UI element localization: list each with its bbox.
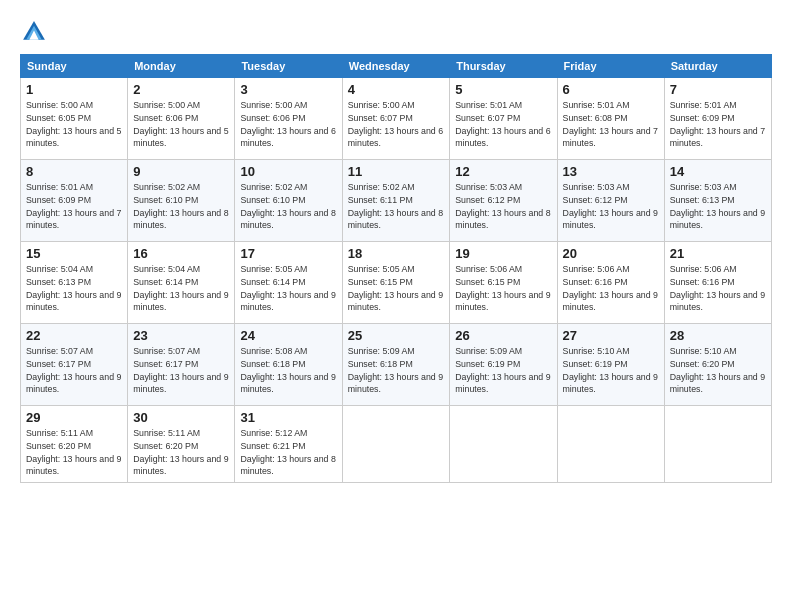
calendar-cell: 13 Sunrise: 5:03 AMSunset: 6:12 PMDaylig… [557, 160, 664, 242]
day-number: 14 [670, 164, 766, 179]
calendar-cell: 12 Sunrise: 5:03 AMSunset: 6:12 PMDaylig… [450, 160, 557, 242]
day-number: 1 [26, 82, 122, 97]
calendar-cell: 18 Sunrise: 5:05 AMSunset: 6:15 PMDaylig… [342, 242, 450, 324]
day-number: 21 [670, 246, 766, 261]
day-number: 9 [133, 164, 229, 179]
day-number: 28 [670, 328, 766, 343]
day-detail: Sunrise: 5:07 AMSunset: 6:17 PMDaylight:… [133, 346, 228, 394]
calendar-cell: 14 Sunrise: 5:03 AMSunset: 6:13 PMDaylig… [664, 160, 771, 242]
day-number: 20 [563, 246, 659, 261]
day-detail: Sunrise: 5:03 AMSunset: 6:13 PMDaylight:… [670, 182, 765, 230]
calendar-cell: 2 Sunrise: 5:00 AMSunset: 6:06 PMDayligh… [128, 78, 235, 160]
day-detail: Sunrise: 5:03 AMSunset: 6:12 PMDaylight:… [455, 182, 550, 230]
col-header-friday: Friday [557, 55, 664, 78]
day-detail: Sunrise: 5:02 AMSunset: 6:10 PMDaylight:… [240, 182, 335, 230]
day-detail: Sunrise: 5:01 AMSunset: 6:09 PMDaylight:… [26, 182, 121, 230]
calendar-cell: 20 Sunrise: 5:06 AMSunset: 6:16 PMDaylig… [557, 242, 664, 324]
day-detail: Sunrise: 5:00 AMSunset: 6:05 PMDaylight:… [26, 100, 121, 148]
header [20, 18, 772, 46]
day-detail: Sunrise: 5:02 AMSunset: 6:11 PMDaylight:… [348, 182, 443, 230]
day-number: 26 [455, 328, 551, 343]
calendar-cell: 9 Sunrise: 5:02 AMSunset: 6:10 PMDayligh… [128, 160, 235, 242]
col-header-sunday: Sunday [21, 55, 128, 78]
calendar-cell: 26 Sunrise: 5:09 AMSunset: 6:19 PMDaylig… [450, 324, 557, 406]
day-number: 13 [563, 164, 659, 179]
calendar-cell: 24 Sunrise: 5:08 AMSunset: 6:18 PMDaylig… [235, 324, 342, 406]
col-header-saturday: Saturday [664, 55, 771, 78]
calendar-cell: 15 Sunrise: 5:04 AMSunset: 6:13 PMDaylig… [21, 242, 128, 324]
day-number: 8 [26, 164, 122, 179]
calendar-cell: 28 Sunrise: 5:10 AMSunset: 6:20 PMDaylig… [664, 324, 771, 406]
calendar-cell: 21 Sunrise: 5:06 AMSunset: 6:16 PMDaylig… [664, 242, 771, 324]
day-detail: Sunrise: 5:01 AMSunset: 6:08 PMDaylight:… [563, 100, 658, 148]
calendar-cell: 27 Sunrise: 5:10 AMSunset: 6:19 PMDaylig… [557, 324, 664, 406]
logo [20, 18, 52, 46]
day-number: 19 [455, 246, 551, 261]
day-detail: Sunrise: 5:08 AMSunset: 6:18 PMDaylight:… [240, 346, 335, 394]
day-number: 2 [133, 82, 229, 97]
calendar-cell: 8 Sunrise: 5:01 AMSunset: 6:09 PMDayligh… [21, 160, 128, 242]
col-header-wednesday: Wednesday [342, 55, 450, 78]
calendar-week-4: 22 Sunrise: 5:07 AMSunset: 6:17 PMDaylig… [21, 324, 772, 406]
day-detail: Sunrise: 5:09 AMSunset: 6:18 PMDaylight:… [348, 346, 443, 394]
day-detail: Sunrise: 5:00 AMSunset: 6:07 PMDaylight:… [348, 100, 443, 148]
day-number: 5 [455, 82, 551, 97]
day-detail: Sunrise: 5:06 AMSunset: 6:16 PMDaylight:… [563, 264, 658, 312]
page: SundayMondayTuesdayWednesdayThursdayFrid… [0, 0, 792, 612]
logo-icon [20, 18, 48, 46]
day-detail: Sunrise: 5:04 AMSunset: 6:13 PMDaylight:… [26, 264, 121, 312]
day-detail: Sunrise: 5:02 AMSunset: 6:10 PMDaylight:… [133, 182, 228, 230]
calendar-cell: 17 Sunrise: 5:05 AMSunset: 6:14 PMDaylig… [235, 242, 342, 324]
calendar-cell: 31 Sunrise: 5:12 AMSunset: 6:21 PMDaylig… [235, 406, 342, 483]
day-detail: Sunrise: 5:11 AMSunset: 6:20 PMDaylight:… [26, 428, 121, 476]
day-number: 7 [670, 82, 766, 97]
day-number: 15 [26, 246, 122, 261]
day-number: 24 [240, 328, 336, 343]
day-number: 6 [563, 82, 659, 97]
calendar-cell: 30 Sunrise: 5:11 AMSunset: 6:20 PMDaylig… [128, 406, 235, 483]
day-detail: Sunrise: 5:00 AMSunset: 6:06 PMDaylight:… [240, 100, 335, 148]
calendar-cell: 1 Sunrise: 5:00 AMSunset: 6:05 PMDayligh… [21, 78, 128, 160]
day-detail: Sunrise: 5:10 AMSunset: 6:19 PMDaylight:… [563, 346, 658, 394]
calendar-cell [450, 406, 557, 483]
day-number: 29 [26, 410, 122, 425]
col-header-thursday: Thursday [450, 55, 557, 78]
day-number: 25 [348, 328, 445, 343]
col-header-tuesday: Tuesday [235, 55, 342, 78]
day-detail: Sunrise: 5:04 AMSunset: 6:14 PMDaylight:… [133, 264, 228, 312]
calendar-cell: 23 Sunrise: 5:07 AMSunset: 6:17 PMDaylig… [128, 324, 235, 406]
calendar-header-row: SundayMondayTuesdayWednesdayThursdayFrid… [21, 55, 772, 78]
day-number: 4 [348, 82, 445, 97]
day-detail: Sunrise: 5:06 AMSunset: 6:16 PMDaylight:… [670, 264, 765, 312]
day-number: 11 [348, 164, 445, 179]
calendar-table: SundayMondayTuesdayWednesdayThursdayFrid… [20, 54, 772, 483]
day-number: 16 [133, 246, 229, 261]
calendar-cell: 11 Sunrise: 5:02 AMSunset: 6:11 PMDaylig… [342, 160, 450, 242]
col-header-monday: Monday [128, 55, 235, 78]
day-detail: Sunrise: 5:07 AMSunset: 6:17 PMDaylight:… [26, 346, 121, 394]
day-number: 18 [348, 246, 445, 261]
day-number: 22 [26, 328, 122, 343]
calendar-week-5: 29 Sunrise: 5:11 AMSunset: 6:20 PMDaylig… [21, 406, 772, 483]
calendar-cell: 10 Sunrise: 5:02 AMSunset: 6:10 PMDaylig… [235, 160, 342, 242]
day-detail: Sunrise: 5:03 AMSunset: 6:12 PMDaylight:… [563, 182, 658, 230]
calendar-cell: 4 Sunrise: 5:00 AMSunset: 6:07 PMDayligh… [342, 78, 450, 160]
day-detail: Sunrise: 5:01 AMSunset: 6:09 PMDaylight:… [670, 100, 765, 148]
calendar-cell: 5 Sunrise: 5:01 AMSunset: 6:07 PMDayligh… [450, 78, 557, 160]
calendar-cell: 25 Sunrise: 5:09 AMSunset: 6:18 PMDaylig… [342, 324, 450, 406]
day-number: 10 [240, 164, 336, 179]
calendar-cell: 29 Sunrise: 5:11 AMSunset: 6:20 PMDaylig… [21, 406, 128, 483]
day-detail: Sunrise: 5:06 AMSunset: 6:15 PMDaylight:… [455, 264, 550, 312]
day-detail: Sunrise: 5:11 AMSunset: 6:20 PMDaylight:… [133, 428, 228, 476]
calendar-cell: 16 Sunrise: 5:04 AMSunset: 6:14 PMDaylig… [128, 242, 235, 324]
day-number: 27 [563, 328, 659, 343]
day-detail: Sunrise: 5:12 AMSunset: 6:21 PMDaylight:… [240, 428, 335, 476]
calendar-cell [557, 406, 664, 483]
calendar-week-2: 8 Sunrise: 5:01 AMSunset: 6:09 PMDayligh… [21, 160, 772, 242]
day-detail: Sunrise: 5:01 AMSunset: 6:07 PMDaylight:… [455, 100, 550, 148]
day-number: 30 [133, 410, 229, 425]
day-detail: Sunrise: 5:05 AMSunset: 6:14 PMDaylight:… [240, 264, 335, 312]
day-number: 17 [240, 246, 336, 261]
calendar-cell: 6 Sunrise: 5:01 AMSunset: 6:08 PMDayligh… [557, 78, 664, 160]
day-number: 3 [240, 82, 336, 97]
